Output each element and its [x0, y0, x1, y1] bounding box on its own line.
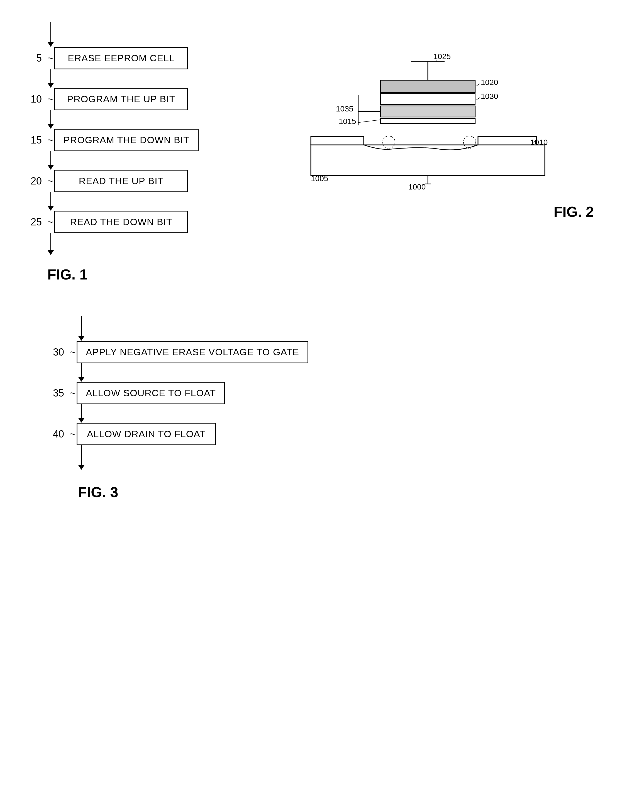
fig3-box-35: ALLOW SOURCE TO FLOAT — [77, 382, 225, 404]
label-1005: 1005 — [311, 174, 328, 183]
svg-rect-1 — [381, 118, 475, 124]
fig3-step35-row: 35 ~ ALLOW SOURCE TO FLOAT — [44, 382, 225, 404]
fig1-label-5: 5 — [22, 52, 47, 64]
fig1-step25-row: 25 ~ READ THE DOWN BIT — [22, 211, 188, 233]
fig1-step10-row: 10 ~ PROGRAM THE UP BIT — [22, 88, 188, 110]
fig1-label-25: 25 — [22, 216, 47, 228]
fig3-label-35: 35 — [44, 387, 70, 399]
fig1-box-5: ERASE EEPROM CELL — [54, 47, 188, 69]
fig1-box-25: READ THE DOWN BIT — [54, 211, 188, 233]
svg-line-17 — [358, 120, 380, 123]
fig3-box-40: ALLOW DRAIN TO FLOAT — [77, 423, 216, 445]
fig3-step30-row: 30 ~ APPLY NEGATIVE ERASE VOLTAGE TO GAT… — [44, 341, 308, 363]
fig1-label-20: 20 — [22, 175, 47, 187]
label-1000: 1000 — [408, 183, 426, 191]
svg-rect-3 — [381, 93, 475, 104]
fig3-box-30: APPLY NEGATIVE ERASE VOLTAGE TO GATE — [77, 341, 308, 363]
fig3-label-40: 40 — [44, 428, 70, 440]
fig1-box-15: PROGRAM THE DOWN BIT — [54, 129, 199, 151]
label-1015: 1015 — [339, 117, 356, 126]
fig1-arrow2 — [47, 110, 54, 129]
bottom-section: 30 ~ APPLY NEGATIVE ERASE VOLTAGE TO GAT… — [22, 305, 622, 501]
top-section: 5 ~ ERASE EEPROM CELL 10 ~ PROGRAM THE U… — [22, 17, 622, 283]
svg-line-15 — [476, 98, 480, 100]
label-1030: 1030 — [481, 92, 498, 101]
fig2-svg: 1025 1020 1030 1035 1015 1005 — [303, 39, 553, 195]
fig1-container: 5 ~ ERASE EEPROM CELL 10 ~ PROGRAM THE U… — [22, 17, 217, 283]
fig2-container: 1025 1020 1030 1035 1015 1005 — [217, 17, 622, 220]
fig3-caption: FIG. 3 — [78, 484, 118, 501]
fig1-step5-row: 5 ~ ERASE EEPROM CELL — [22, 47, 188, 69]
fig3-container: 30 ~ APPLY NEGATIVE ERASE VOLTAGE TO GAT… — [22, 316, 622, 501]
fig1-entry-arrow — [47, 22, 54, 47]
label-1025: 1025 — [434, 52, 451, 61]
fig1-label-15: 15 — [22, 134, 47, 146]
fig1-box-20: READ THE UP BIT — [54, 170, 188, 192]
fig3-arrow2 — [78, 404, 85, 423]
label-1020: 1020 — [481, 78, 498, 87]
fig3-step40-row: 40 ~ ALLOW DRAIN TO FLOAT — [44, 423, 216, 445]
svg-rect-4 — [381, 80, 475, 93]
svg-rect-2 — [381, 106, 475, 117]
page-container: 5 ~ ERASE EEPROM CELL 10 ~ PROGRAM THE U… — [0, 0, 644, 812]
fig1-exit-arrow — [47, 233, 54, 255]
svg-rect-0 — [311, 145, 545, 176]
fig1-box-10: PROGRAM THE UP BIT — [54, 88, 188, 110]
fig1-step20-row: 20 ~ READ THE UP BIT — [22, 170, 188, 192]
svg-point-9 — [383, 136, 395, 148]
fig1-caption: FIG. 1 — [47, 266, 87, 283]
fig2-caption: FIG. 2 — [554, 203, 622, 220]
fig3-arrow1 — [78, 363, 85, 382]
svg-line-14 — [476, 84, 480, 86]
fig1-label-10: 10 — [22, 93, 47, 105]
fig1-arrow3 — [47, 151, 54, 170]
fig1-arrow1 — [47, 69, 54, 88]
fig3-entry-arrow — [78, 316, 85, 341]
fig3-exit-arrow — [78, 445, 85, 470]
fig1-arrow4 — [47, 192, 54, 211]
fig1-step15-row: 15 ~ PROGRAM THE DOWN BIT — [22, 129, 199, 151]
label-1010: 1010 — [530, 138, 548, 147]
fig3-label-30: 30 — [44, 346, 70, 358]
label-1035: 1035 — [336, 104, 353, 113]
